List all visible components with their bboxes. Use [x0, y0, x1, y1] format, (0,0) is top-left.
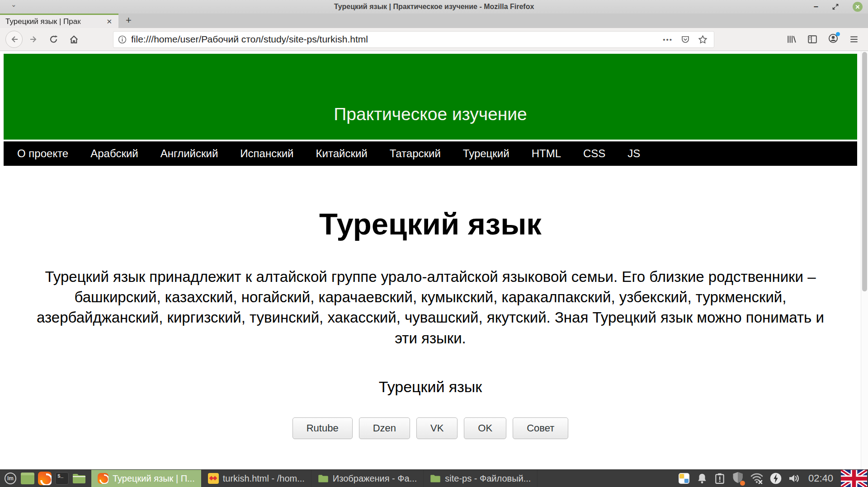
nav-link-chinese[interactable]: Китайский [316, 147, 368, 160]
site-nav: О проекте Арабский Английский Испанский … [4, 141, 857, 166]
tab-close-icon[interactable]: ✕ [104, 17, 114, 27]
maximize-icon [832, 3, 839, 10]
tab-turkish[interactable]: Турецкий язык | Прак ✕ [0, 14, 118, 28]
taskbar-window-label: Турецкий язык | П... [113, 473, 195, 484]
workspace-grid-icon[interactable] [678, 472, 690, 485]
nav-link-turkish[interactable]: Турецкий [463, 147, 509, 160]
sidebar-icon[interactable] [807, 34, 817, 44]
tab-label: Турецкий язык | Прак [5, 17, 104, 26]
firefox-icon [98, 473, 108, 484]
menu-hamburger-icon[interactable] [849, 34, 859, 44]
ok-button[interactable]: OK [464, 417, 506, 439]
firewall-status-dot [740, 481, 745, 486]
maximize-button[interactable] [832, 3, 839, 10]
window-controls: − ✕ [813, 2, 868, 12]
reload-button[interactable] [45, 31, 62, 48]
show-desktop-button[interactable] [19, 470, 36, 487]
home-icon [69, 35, 79, 44]
update-manager-icon[interactable] [714, 473, 726, 484]
text-editor-icon [208, 473, 219, 484]
wifi-disconnected-icon[interactable] [750, 473, 764, 484]
vk-button[interactable]: VK [416, 417, 458, 439]
account-button[interactable] [828, 33, 838, 45]
terminal-icon: $_ [55, 472, 69, 485]
window-titlebar[interactable]: ⌄ Турецкий язык | Практическое изучение … [0, 0, 868, 14]
forward-button[interactable] [25, 31, 42, 48]
nav-link-about[interactable]: О проекте [17, 147, 68, 160]
minimize-button[interactable]: − [813, 3, 818, 11]
system-tray: 02:40 [678, 470, 868, 487]
window-title: Турецкий язык | Практическое изучение - … [0, 3, 868, 11]
taskbar-window-label: site-ps - Файловый... [445, 473, 531, 484]
back-icon [9, 35, 19, 44]
nav-link-html[interactable]: HTML [532, 147, 561, 160]
mint-logo-icon: lm [5, 473, 16, 484]
url-bar[interactable]: file:///home/user/Рабочий стол/study/sit… [113, 31, 714, 48]
scrollbar-thumb[interactable] [862, 52, 867, 291]
taskbar-window-siteps[interactable]: site-ps - Файловый... [424, 470, 538, 487]
taskbar: lm $_ Турецкий язык | П... turkish.html … [0, 469, 868, 487]
page-viewport: Практическое изучение О проекте Арабский… [0, 51, 868, 469]
intro-paragraph: Турецкий язык принадлежит к алтайской гр… [26, 267, 835, 348]
terminal-launcher[interactable]: $_ [53, 470, 71, 487]
forward-icon [29, 35, 38, 44]
home-button[interactable] [65, 31, 82, 48]
site-banner-title: Практическое изучение [334, 104, 527, 124]
toolbar-right-icons [787, 33, 863, 45]
close-button[interactable]: ✕ [853, 2, 863, 12]
clock[interactable]: 02:40 [808, 473, 833, 484]
taskbar-window-label: Изображения - Фа... [333, 473, 417, 484]
firewall-tray-item[interactable] [731, 471, 744, 486]
back-button[interactable] [5, 31, 23, 48]
account-notification-dot [836, 32, 840, 36]
keyboard-layout-flag-icon[interactable] [841, 470, 867, 487]
site-banner: Практическое изучение [4, 54, 857, 140]
nav-link-spanish[interactable]: Испанский [240, 147, 293, 160]
power-icon[interactable] [769, 472, 782, 485]
sovet-button[interactable]: Совет [513, 417, 568, 439]
url-input[interactable]: file:///home/user/Рабочий стол/study/sit… [131, 34, 663, 45]
folder-icon [72, 473, 86, 484]
page-title: Турецкий язык [0, 206, 861, 241]
taskbar-window-images[interactable]: Изображения - Фа... [311, 470, 424, 487]
desktop: ⌄ Турецкий язык | Практическое изучение … [0, 0, 868, 487]
url-actions: ••• [663, 35, 709, 44]
nav-link-english[interactable]: Английский [160, 147, 218, 160]
taskbar-window-label: turkish.html - /hom... [223, 473, 305, 484]
nav-link-arabic[interactable]: Арабский [90, 147, 138, 160]
page-content: Практическое изучение О проекте Арабский… [0, 54, 861, 439]
page-scrollbar[interactable] [861, 51, 868, 469]
site-info-icon[interactable] [118, 35, 127, 44]
folder-icon [430, 474, 441, 483]
browser-toolbar: file:///home/user/Рабочий стол/study/sit… [0, 28, 868, 51]
window-list: Турецкий язык | П... turkish.html - /hom… [91, 470, 538, 487]
nav-link-js[interactable]: JS [627, 147, 640, 160]
page-actions-icon[interactable]: ••• [663, 36, 673, 43]
library-icon[interactable] [787, 34, 797, 44]
taskbar-window-editor[interactable]: turkish.html - /hom... [202, 470, 311, 487]
taskbar-window-firefox[interactable]: Турецкий язык | П... [91, 470, 202, 487]
folder-icon [318, 474, 329, 483]
dzen-button[interactable]: Dzen [359, 417, 410, 439]
mint-menu-button[interactable]: lm [2, 470, 19, 487]
bookmark-star-icon[interactable] [698, 35, 708, 44]
nav-link-css[interactable]: CSS [583, 147, 605, 160]
page-subheading: Турецкий язык [0, 378, 861, 396]
volume-icon[interactable] [788, 473, 802, 484]
new-tab-button[interactable]: + [118, 14, 139, 28]
notifications-bell-icon[interactable] [696, 473, 708, 484]
firefox-icon [38, 472, 52, 485]
pocket-icon[interactable] [681, 35, 690, 44]
link-buttons-row: Rutube Dzen VK OK Совет [0, 417, 861, 439]
reload-icon [49, 35, 58, 44]
tab-bar: Турецкий язык | Прак ✕ + [0, 14, 868, 28]
show-desktop-icon [21, 473, 34, 484]
rutube-button[interactable]: Rutube [292, 417, 353, 439]
files-launcher[interactable] [71, 470, 88, 487]
firefox-launcher[interactable] [36, 470, 53, 487]
nav-link-tatar[interactable]: Татарский [390, 147, 441, 160]
